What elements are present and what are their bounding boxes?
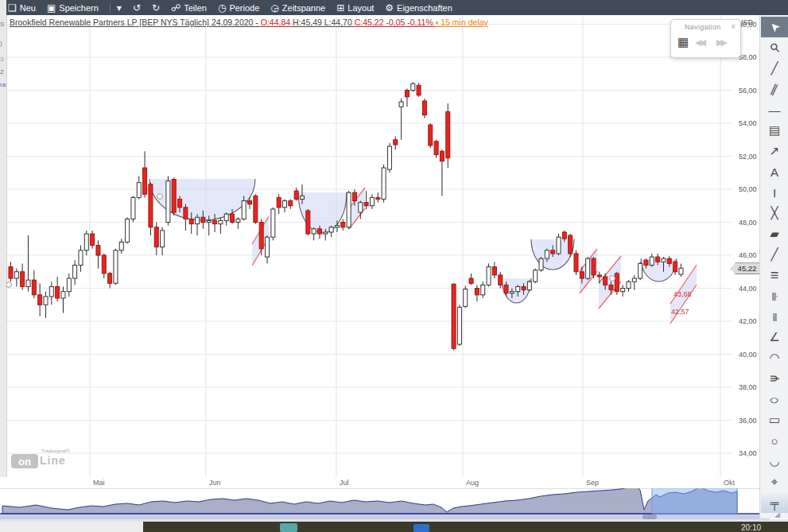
ray-icon[interactable]: ╱: [761, 244, 788, 265]
month-label: Jul: [340, 479, 349, 487]
quote-highlow: H:45,49 L:44,70: [293, 17, 355, 27]
month-label: Aug: [466, 479, 479, 487]
fib-retracement-glyph: ≡: [771, 267, 779, 284]
fib-arcs-icon[interactable]: ◠: [761, 348, 788, 368]
taskbar-app-icon[interactable]: [280, 523, 297, 532]
month-label: Okt: [724, 479, 735, 487]
move-icon[interactable]: ⌖: [761, 472, 788, 492]
resize-grip-icon[interactable]: ◢: [774, 511, 780, 518]
speichern-button[interactable]: ▣Speichern: [47, 3, 99, 13]
parallel-channel-glyph: ∥: [769, 81, 780, 96]
text-glyph: A: [771, 165, 778, 179]
fib-retracement-icon[interactable]: ≡: [761, 265, 788, 285]
vertical-range-icon[interactable]: I: [761, 182, 788, 203]
taskbar-clock: 20:10: [741, 523, 761, 532]
pointer-icon[interactable]: ➤: [761, 17, 788, 37]
price-axis-label: 50,00: [739, 185, 757, 193]
price-axis-label: 42,00: [739, 317, 757, 325]
price-axis-label: 40,00: [739, 351, 757, 359]
toolbar-button-label: Teilen: [184, 3, 207, 13]
trendline-icon[interactable]: ╱: [761, 58, 788, 79]
horizontal-line-icon[interactable]: —: [761, 99, 788, 120]
rectangle-icon[interactable]: ▭: [761, 410, 788, 430]
main-toolbar: ❏Neu▣Speichern▾↺↻☍Teilen◷Periode◶Zeitspa…: [0, 0, 788, 15]
circle-glyph: ○: [771, 434, 778, 448]
os-taskbar: 20:10: [143, 522, 788, 532]
ruler-glyph: ▤: [769, 123, 780, 138]
zoom-glyph: ⚲: [767, 40, 783, 56]
price-axis-label: 58,00: [739, 53, 757, 61]
trend-arrow-glyph: ↗: [770, 144, 780, 158]
ellipse-icon[interactable]: ○: [761, 389, 788, 410]
grid-view-icon[interactable]: ▦: [677, 36, 689, 48]
navigation-popup-title: Navigation: [685, 23, 721, 31]
candlestick-chart: [0, 0, 759, 519]
fan-lines-icon[interactable]: ∠: [761, 327, 788, 348]
time-axis: MaiJunJulAugSepOkt: [0, 477, 759, 488]
polygon-icon[interactable]: ▰: [761, 223, 788, 244]
time-lines-glyph: |||: [773, 313, 777, 321]
step-forward-icon[interactable]: ▶▶: [716, 37, 725, 48]
ellipse-glyph: ○: [769, 393, 779, 406]
delay-note: • 15 min delay: [436, 17, 488, 27]
polygon-glyph: ▰: [770, 227, 779, 241]
circle-icon[interactable]: ○: [761, 430, 788, 451]
close-icon[interactable]: ×: [731, 22, 736, 31]
gear-icon: ⚙: [385, 3, 394, 13]
neu-button[interactable]: ❏Neu: [8, 3, 36, 13]
teilen-button[interactable]: ☍Teilen: [171, 3, 207, 13]
redo-icon: ↻: [152, 3, 160, 13]
logo-on-box: on: [11, 454, 38, 468]
price-axis-label: 60,00: [739, 21, 757, 29]
step-back-icon[interactable]: ◀◀: [695, 37, 704, 48]
price-axis-label: 34,00: [739, 449, 757, 457]
time-lines-icon[interactable]: |||: [761, 306, 788, 327]
horizontal-line-glyph: —: [769, 103, 781, 117]
eigenschaften-button[interactable]: ⚙Eigenschaften: [385, 3, 452, 13]
ray-glyph: ╱: [771, 247, 778, 262]
fib-extension-icon[interactable]: |||·: [761, 285, 788, 306]
parallel-channel-icon[interactable]: ∥: [761, 79, 788, 99]
instrument-name: Brookfield Renewable Partners LP [BEP NY…: [10, 17, 261, 27]
toolbar-button-label: Eigenschaften: [397, 3, 452, 13]
rectangle-glyph: ▭: [769, 413, 780, 427]
save-disk-icon: ▣: [47, 3, 56, 13]
move-glyph: ⌖: [771, 475, 778, 489]
toolbar-button-label: Zeitspanne: [282, 3, 325, 13]
price-axis-label: 38,00: [739, 383, 757, 391]
clipped-panel-text: ra: [0, 81, 6, 88]
chart-title: Brookfield Renewable Partners LP [BEP NY…: [10, 17, 488, 29]
arc-glyph: ◡: [769, 454, 779, 468]
bottom-left-gap: [0, 522, 143, 532]
fib-extension-glyph: |||·: [771, 292, 777, 301]
quote-open: O:44,84: [261, 17, 293, 27]
clock-filled-icon: ◶: [270, 3, 278, 13]
price-axis-label: 36,00: [739, 417, 757, 425]
pin-glyph: ╤: [771, 496, 779, 510]
logo-brand-text: Tradesignal®: [41, 449, 70, 453]
zeitspanne-button[interactable]: ◶Zeitspanne: [270, 3, 325, 13]
vertical-range-glyph: I: [773, 186, 776, 200]
text-icon[interactable]: A: [761, 161, 788, 182]
undo-button[interactable]: ↺: [133, 3, 141, 13]
undo-icon: ↺: [133, 3, 141, 13]
price-axis-label: 54,00: [739, 119, 757, 127]
zoom-icon[interactable]: ⚲: [761, 37, 788, 58]
app-window: ❏Neu▣Speichern▾↺↻☍Teilen◷Periode◶Zeitspa…: [0, 0, 788, 532]
arc-icon[interactable]: ◡: [761, 451, 788, 472]
layout-button[interactable]: ⊞Layout: [336, 3, 374, 13]
navigator-selection[interactable]: [652, 487, 737, 514]
price-axis-label: 46,00: [739, 251, 757, 259]
periode-button[interactable]: ◷Periode: [218, 3, 259, 13]
trend-arrow-icon[interactable]: ↗: [761, 141, 788, 161]
pitchfork-icon[interactable]: ⋔: [761, 368, 788, 389]
redo-button[interactable]: ↻: [152, 3, 160, 13]
price-axis-label: 56,00: [739, 87, 757, 95]
cross-line-icon[interactable]: ╳: [761, 203, 788, 223]
toolbar-button-label: Speichern: [59, 3, 99, 13]
taskbar-app-icon[interactable]: [413, 524, 429, 532]
channel-upper-price-label: 43,66: [673, 290, 692, 298]
pitchfork-glyph: ⋔: [767, 374, 782, 384]
ruler-icon[interactable]: ▤: [761, 120, 788, 141]
caret-down-button[interactable]: ▾: [117, 3, 122, 13]
